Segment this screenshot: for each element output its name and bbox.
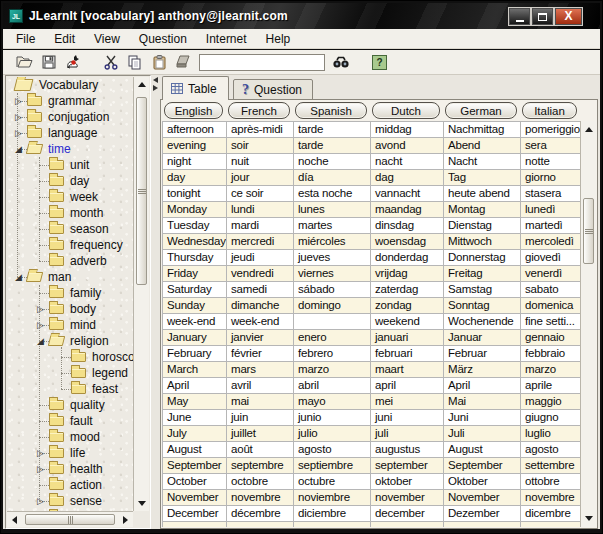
table-cell[interactable]: week-end	[163, 314, 227, 330]
table-row[interactable]: nightnuitnochenachtNachtnotte	[163, 154, 580, 170]
eraser-button[interactable]	[171, 52, 195, 72]
table-cell[interactable]: février	[227, 346, 294, 362]
menu-file[interactable]: File	[7, 30, 45, 48]
menu-edit[interactable]: Edit	[45, 30, 85, 48]
table-row[interactable]: OctoberoctobreoctubreoktoberOktoberottob…	[163, 474, 580, 490]
tree-expand-icon[interactable]: ▷	[35, 445, 46, 461]
tree-item-fault[interactable]: fault	[7, 413, 133, 429]
table-row[interactable]: ThursdayjeudijuevesdonderdagDonnerstaggi…	[163, 250, 580, 266]
table-cell[interactable]: martedì	[521, 218, 580, 234]
table-cell[interactable]: September	[444, 458, 521, 474]
table-cell[interactable]: lundi	[227, 202, 294, 218]
table-cell[interactable]: heute abend	[444, 186, 521, 202]
scroll-left-icon[interactable]	[12, 516, 17, 524]
table-cell[interactable]: sera	[521, 138, 580, 154]
table-cell[interactable]: Oktober	[444, 474, 521, 490]
table-cell[interactable]: mei	[371, 394, 444, 410]
table-cell[interactable]: Dezember	[444, 506, 521, 522]
tree-item-mood[interactable]: mood	[7, 429, 133, 445]
table-cell[interactable]: agosto	[294, 442, 371, 458]
table-cell[interactable]: agosto	[521, 442, 580, 458]
table-cell[interactable]: February	[163, 346, 227, 362]
table-cell[interactable]: augustus	[371, 442, 444, 458]
search-input[interactable]	[199, 54, 325, 71]
save-button[interactable]	[37, 52, 61, 72]
column-header-english[interactable]: English	[164, 102, 223, 119]
table-cell[interactable]: Samstag	[444, 282, 521, 298]
table-cell[interactable]: March	[163, 362, 227, 378]
table-cell[interactable]: soir	[227, 138, 294, 154]
table-cell[interactable]: viernes	[294, 266, 371, 282]
table-cell[interactable]	[294, 314, 371, 330]
tree-item-horoscope[interactable]: horoscope	[7, 349, 133, 365]
tree-item-day[interactable]: day	[7, 173, 133, 189]
table-cell[interactable]: marzo	[294, 362, 371, 378]
table-cell[interactable]: ce soir	[227, 186, 294, 202]
table-cell[interactable]: Sonntag	[444, 298, 521, 314]
table-cell[interactable]: Sunday	[163, 298, 227, 314]
table-cell[interactable]: tarde	[294, 138, 371, 154]
tree-item-season[interactable]: season	[7, 221, 133, 237]
table-cell[interactable]: tonight	[163, 186, 227, 202]
table-cell[interactable]: stasera	[521, 186, 580, 202]
table-cell[interactable]: samedi	[227, 282, 294, 298]
table-row[interactable]	[163, 522, 580, 527]
table-cell[interactable]: mardi	[227, 218, 294, 234]
table-cell[interactable]: esta noche	[294, 186, 371, 202]
tree-expand-icon[interactable]: ▷	[35, 301, 46, 317]
table-cell[interactable]: Januar	[444, 330, 521, 346]
tree-expand-icon[interactable]: ▷	[13, 93, 24, 109]
table-cell[interactable]: night	[163, 154, 227, 170]
table-cell[interactable]: abril	[294, 378, 371, 394]
table-cell[interactable]: tarde	[294, 122, 371, 138]
table-row[interactable]: WednesdaymercredimiércoleswoensdagMittwo…	[163, 234, 580, 250]
table-cell[interactable]: octubre	[294, 474, 371, 490]
tree-vscroll-thumb[interactable]	[136, 97, 147, 285]
open-button[interactable]	[13, 52, 37, 72]
tree-item-life[interactable]: ▷life	[7, 445, 133, 461]
table-cell[interactable]: notte	[521, 154, 580, 170]
table-cell[interactable]: juni	[371, 410, 444, 426]
table-cell[interactable]: Montag	[444, 202, 521, 218]
table-cell[interactable]: Mittwoch	[444, 234, 521, 250]
table-row[interactable]: afternoonaprès-miditardemiddagNachmittag…	[163, 122, 580, 138]
table-cell[interactable]: July	[163, 426, 227, 442]
table-cell[interactable]: middag	[371, 122, 444, 138]
table-cell[interactable]: jour	[227, 170, 294, 186]
tree-item-quality[interactable]: quality	[7, 397, 133, 413]
column-header-french[interactable]: French	[228, 102, 290, 119]
table-cell[interactable]: day	[163, 170, 227, 186]
table-cell[interactable]	[371, 522, 444, 527]
table-cell[interactable]: miércoles	[294, 234, 371, 250]
table-cell[interactable]: décembre	[227, 506, 294, 522]
table-cell[interactable]: evening	[163, 138, 227, 154]
table-cell[interactable]: April	[444, 378, 521, 394]
table-cell[interactable]: giovedì	[521, 250, 580, 266]
table-cell[interactable]: april	[371, 378, 444, 394]
table-row[interactable]: MaymaimayomeiMaimaggio	[163, 394, 580, 410]
table-cell[interactable]: October	[163, 474, 227, 490]
table-cell[interactable]: noviembre	[294, 490, 371, 506]
tree-collapse-icon[interactable]: ◢	[13, 141, 24, 157]
table-cell[interactable]: dicembre	[521, 506, 580, 522]
scroll-up-icon[interactable]	[585, 127, 593, 132]
table-cell[interactable]: Abend	[444, 138, 521, 154]
table-cell[interactable]: Nachmittag	[444, 122, 521, 138]
tree-hscroll-thumb[interactable]	[25, 514, 115, 525]
table-cell[interactable]: febrero	[294, 346, 371, 362]
tree-item-week[interactable]: week	[7, 189, 133, 205]
table-cell[interactable]: January	[163, 330, 227, 346]
table-cell[interactable]: novembre	[227, 490, 294, 506]
table-cell[interactable]: Juli	[444, 426, 521, 442]
table-row[interactable]: dayjourdíadagTaggiorno	[163, 170, 580, 186]
table-cell[interactable]: Donnerstag	[444, 250, 521, 266]
table-cell[interactable]: dinsdag	[371, 218, 444, 234]
table-cell[interactable]: juillet	[227, 426, 294, 442]
tree-item-month[interactable]: month	[7, 205, 133, 221]
table-cell[interactable]: luglio	[521, 426, 580, 442]
table-cell[interactable]: domenica	[521, 298, 580, 314]
tree-item-unit[interactable]: unit	[7, 157, 133, 173]
scroll-up-icon[interactable]	[138, 82, 146, 87]
scroll-right-icon[interactable]	[123, 516, 128, 524]
close-button[interactable]: X	[555, 8, 582, 25]
